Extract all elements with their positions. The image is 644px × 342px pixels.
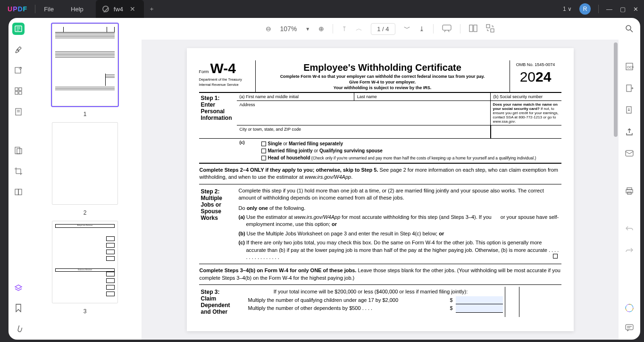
organize-tool[interactable] [12,85,25,97]
zoom-in-button[interactable]: ⊕ [318,25,324,33]
field-city[interactable]: City or town, state, and ZIP code [237,125,491,138]
svg-rect-29 [626,150,633,156]
presentation-icon[interactable] [442,25,452,33]
prev-page-button[interactable]: ︿ [356,25,362,33]
thumbnail-panel: 1 2 Multiple Jobs Worksheet Deductions W… [28,18,142,340]
print-icon[interactable] [623,185,636,197]
field-address[interactable]: Address [237,101,491,125]
form-title: Employee's Withholding Certificate [259,62,506,73]
last-page-button[interactable]: ⤓ [419,25,425,33]
tab-title: fw4 [114,6,123,13]
new-tab-button[interactable]: ＋ [149,5,155,13]
svg-rect-4 [15,67,21,73]
year-prefix: 20 [520,69,535,84]
svg-line-18 [448,30,449,32]
ssn-note: Does your name match the name on your so… [491,101,561,125]
scrollbar-vertical[interactable] [614,42,618,137]
thumb-label-3: 3 [84,308,87,315]
email-icon[interactable] [623,147,636,159]
svg-rect-16 [443,25,451,30]
field-children-amount[interactable] [456,296,503,305]
form-sub1: Complete Form W-4 so that your employer … [259,74,506,79]
comment-icon[interactable] [623,322,636,334]
bookmark-icon[interactable] [12,302,25,314]
svg-rect-14 [15,189,18,195]
step2-intro: Complete this step if you (1) hold more … [239,187,560,202]
checkbox-hoh[interactable] [261,156,266,160]
svg-rect-20 [474,25,477,32]
zoom-out-button[interactable]: ⊖ [266,25,271,33]
document-tab[interactable]: fw4 ✕ [96,0,144,18]
thumbnail-1[interactable] [52,24,118,106]
close-tab-icon[interactable]: ✕ [128,5,137,13]
instruction-para-1: Complete Steps 2–4 ONLY if they apply to… [199,164,561,184]
svg-line-17 [444,30,445,32]
user-avatar[interactable]: R [579,3,591,15]
checkbox-joint[interactable] [261,149,266,153]
page-layout-icon[interactable] [469,24,477,34]
step3-line2: Multiply the number of other dependents … [248,304,373,313]
minimize-button[interactable]: — [606,6,612,13]
first-page-button[interactable]: ⤒ [342,25,347,33]
form-sub2: Give Form W-4 to your employer. [259,80,506,84]
step3-intro: If your total income will be $200,000 or… [239,288,503,296]
omb-number: OMB No. 1545-0074 [510,62,561,67]
thumbnail-3[interactable]: Multiple Jobs Worksheet Deductions Works… [52,221,118,303]
page-viewer[interactable]: Form W-4 Department of the Treasury Inte… [142,40,619,340]
zoom-dropdown[interactable]: ▼ [305,26,310,32]
thumb-label-2: 2 [84,209,87,216]
left-toolbar [8,18,28,340]
page-indicator[interactable]: 1 / 4 [371,23,395,35]
convert-icon[interactable] [623,82,636,94]
reader-tool[interactable] [12,23,25,35]
undo-icon[interactable] [623,223,636,235]
ocr-icon[interactable]: OCR [623,60,636,73]
layers-icon[interactable] [12,282,25,294]
workspace: 1 2 Multiple Jobs Worksheet Deductions W… [8,18,640,340]
ai-icon[interactable] [623,302,636,314]
share-icon[interactable] [623,125,636,138]
field-ssn[interactable]: (b) Social security number [491,93,561,100]
svg-rect-15 [18,189,22,195]
hoh-note: (Check only if you're unmarried and pay … [310,156,536,160]
dept-line1: Department of the Treasury [199,77,255,82]
highlight-tool[interactable] [12,43,25,56]
svg-rect-19 [469,25,473,32]
svg-rect-6 [19,88,22,91]
tab-icon [102,6,109,12]
form-tool[interactable] [12,106,25,118]
crop-tool[interactable] [12,165,25,177]
field-last-name[interactable]: Last name [354,93,491,100]
cloud-count[interactable]: 1 ∨ [563,6,572,12]
compare-view-icon[interactable] [486,24,494,34]
svg-text:OCR: OCR [627,66,634,69]
dept-line2: Internal Revenue Service [199,83,255,87]
search-icon[interactable] [623,23,636,35]
step3-title: Claim Dependent and Other [201,295,230,315]
checkbox-two-jobs[interactable] [553,254,558,259]
ocr-tool[interactable] [12,144,25,157]
attachment-icon[interactable] [12,322,25,334]
field-dependents-amount[interactable] [456,304,503,313]
compress-icon[interactable] [623,104,636,116]
year-suffix: 24 [535,69,551,84]
step1-label: Step 1: [201,95,220,101]
menu-file[interactable]: File [35,6,62,13]
step2-option-c: If there are only two jobs total, you ma… [246,240,559,260]
svg-rect-12 [15,147,20,154]
compare-tool[interactable] [12,186,25,198]
maximize-button[interactable]: ▢ [620,6,626,13]
checkbox-single[interactable] [261,142,266,146]
menu-help[interactable]: Help [62,6,92,13]
edit-tool[interactable] [12,64,25,76]
svg-rect-21 [486,25,490,28]
close-window-button[interactable]: ✕ [633,6,638,13]
redo-icon[interactable] [623,244,636,257]
form-number: W-4 [210,60,236,76]
label-c: (c) [237,139,245,163]
next-page-button[interactable]: ﹀ [404,25,410,33]
thumbnail-2[interactable] [52,122,118,205]
instruction-para-2: Complete Steps 3–4(b) on Form W-4 for on… [199,264,561,284]
pdf-page: Form W-4 Department of the Treasury Inte… [187,48,574,331]
field-first-name[interactable]: (a) First name and middle initial [237,93,354,100]
